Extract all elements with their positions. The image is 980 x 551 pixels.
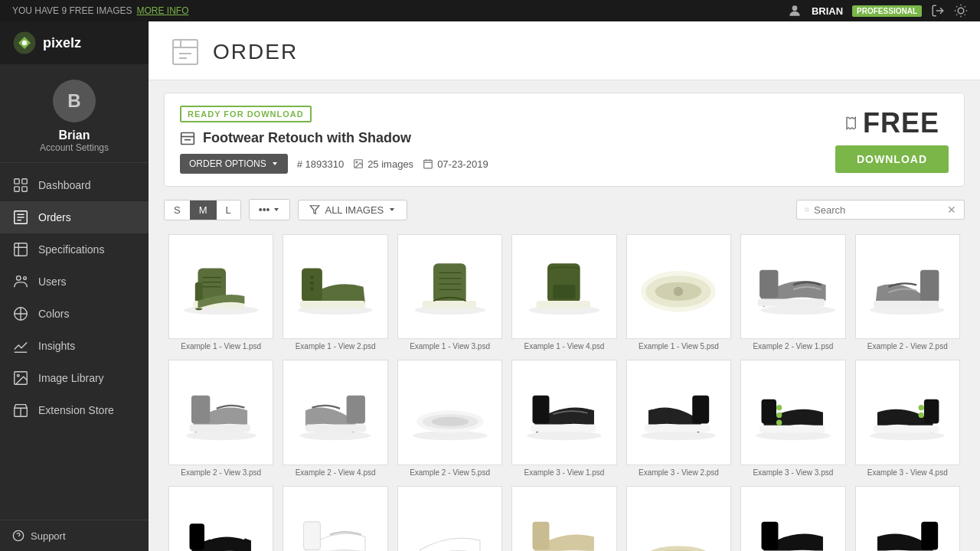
image-thumbnail [740, 234, 845, 339]
pro-badge: PROFESSIONAL [852, 5, 922, 17]
list-item[interactable]: Example 1 - View 1.psd [164, 230, 278, 355]
svg-line-5 [965, 15, 965, 15]
size-medium-button[interactable]: M [190, 201, 217, 220]
sidebar-item-image-library[interactable]: Image Library [0, 362, 149, 394]
shoe-svg [175, 375, 268, 450]
svg-rect-103 [924, 399, 939, 424]
svg-rect-91 [533, 396, 550, 424]
sidebar-item-colors[interactable]: Colors [0, 298, 149, 330]
image-thumbnail [168, 360, 273, 465]
svg-rect-68 [536, 301, 590, 308]
svg-point-21 [24, 277, 27, 280]
image-label: Example 1 - View 5.psd [639, 342, 719, 350]
sidebar-item-orders-label: Orders [38, 211, 71, 223]
svg-rect-95 [645, 425, 710, 432]
sidebar-item-orders[interactable]: Orders [0, 201, 149, 233]
list-item[interactable]: Example 3 - View 4.psd [851, 355, 965, 481]
shoe-svg [746, 375, 840, 450]
image-thumbnail [397, 360, 502, 465]
list-item[interactable]: Example 2 - View 2.psd [851, 230, 965, 355]
banner-more-link[interactable]: MORE INFO [136, 5, 188, 16]
svg-point-1 [958, 8, 964, 14]
size-small-button[interactable]: S [165, 201, 190, 220]
list-item[interactable]: row3 [393, 481, 507, 551]
image-thumbnail [168, 234, 273, 339]
list-item[interactable]: Example 1 - View 4.psd [507, 230, 621, 355]
list-item[interactable]: Example 3 - View 3.psd [736, 355, 850, 481]
list-item[interactable]: Example 1 - View 5.psd [622, 230, 736, 355]
list-item[interactable]: row3 [851, 481, 965, 551]
list-item[interactable]: Example 1 - View 3.psd [393, 230, 507, 355]
svg-point-74 [760, 305, 835, 315]
size-large-button[interactable]: L [217, 201, 240, 220]
svg-rect-78 [920, 270, 939, 302]
image-thumbnail [397, 234, 502, 339]
list-item[interactable]: row3 [507, 481, 621, 551]
calendar-icon [423, 158, 433, 169]
image-thumbnail [626, 234, 731, 339]
banner-right: BRIAN PROFESSIONAL [787, 3, 968, 18]
more-options-button[interactable]: ••• [249, 199, 291, 220]
search-clear-button[interactable]: ✕ [947, 204, 956, 216]
list-item[interactable]: Example 2 - View 4.psd [278, 355, 392, 481]
shoe-svg [518, 501, 611, 551]
svg-point-106 [919, 412, 924, 418]
sidebar-item-specifications[interactable]: Specifications [0, 233, 149, 266]
extension-store-icon [12, 402, 29, 419]
account-settings-link[interactable]: Account Settings [40, 142, 109, 153]
svg-rect-13 [22, 179, 27, 184]
list-item[interactable]: row3 [278, 481, 392, 551]
order-meta: ORDER OPTIONS # 1893310 25 images [180, 154, 488, 174]
free-label: FREE [844, 107, 939, 139]
svg-rect-55 [300, 301, 365, 308]
list-item[interactable]: Example 3 - View 1.psd [507, 355, 621, 481]
grid-controls: S M L ••• ALL IMAGES ✕ [164, 199, 965, 220]
brightness-icon[interactable] [954, 4, 968, 18]
svg-rect-14 [15, 187, 19, 191]
svg-point-100 [776, 412, 782, 418]
pixelz-logo[interactable]: pixelz [12, 31, 81, 55]
list-item[interactable]: row3 [622, 481, 736, 551]
image-thumbnail [397, 486, 502, 551]
list-item[interactable]: Example 2 - View 1.psd [736, 230, 850, 355]
support-button[interactable]: Support [12, 530, 136, 542]
svg-rect-85 [305, 425, 366, 432]
search-input[interactable] [814, 204, 942, 216]
shoe-svg [403, 501, 497, 551]
sidebar-item-users[interactable]: Users [0, 266, 149, 298]
sidebar-item-extension-store[interactable]: Extension Store [0, 394, 149, 426]
list-item[interactable]: Example 1 - View 2.psd [278, 230, 392, 355]
svg-rect-104 [874, 425, 939, 433]
logout-icon[interactable] [931, 4, 945, 18]
shoe-svg [403, 249, 497, 324]
image-thumbnail [740, 486, 845, 551]
filter-button[interactable]: ALL IMAGES [298, 200, 407, 220]
sidebar-nav: Dashboard Orders Specifications Users [0, 163, 149, 520]
sidebar-item-insights[interactable]: Insights [0, 330, 149, 362]
list-item[interactable]: row3 [164, 481, 278, 551]
user-name: Brian [59, 129, 90, 142]
order-options-button[interactable]: ORDER OPTIONS [180, 154, 288, 174]
order-number: # 1893310 [297, 158, 344, 170]
list-item[interactable]: Example 2 - View 5.psd [393, 355, 507, 481]
svg-point-44 [805, 208, 808, 211]
sidebar-item-insights-label: Insights [38, 340, 75, 352]
image-thumbnail [855, 234, 960, 339]
user-icon [787, 3, 802, 18]
sidebar-item-dashboard[interactable]: Dashboard [0, 169, 149, 201]
download-button[interactable]: DOWNLOAD [835, 145, 949, 173]
size-toggle: S M L [164, 200, 241, 220]
image-label: Example 2 - View 1.psd [753, 342, 833, 350]
image-thumbnail [168, 486, 273, 551]
list-item[interactable]: Example 2 - View 3.psd [164, 355, 278, 481]
shoe-svg [861, 249, 954, 324]
list-item[interactable]: Example 3 - View 2.psd [622, 355, 736, 481]
svg-point-89 [431, 417, 469, 426]
order-card: READY FOR DOWNLOAD Footwear Retouch with… [164, 93, 965, 187]
image-thumbnail [855, 486, 960, 551]
image-library-icon [12, 370, 29, 386]
list-item[interactable]: row3 [736, 481, 850, 551]
ready-badge: READY FOR DOWNLOAD [180, 106, 312, 122]
svg-rect-94 [693, 396, 710, 424]
image-label: Example 1 - View 2.psd [296, 342, 376, 350]
